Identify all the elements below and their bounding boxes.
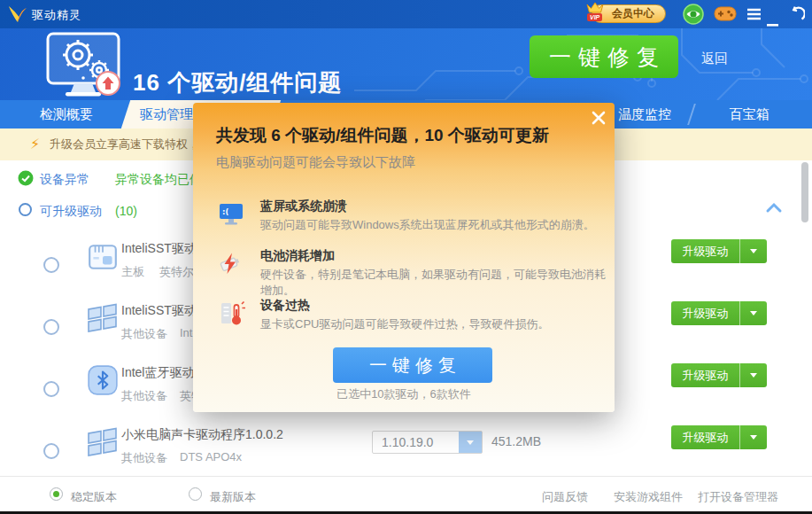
header-band: 16 个驱动/组件问题 一键修复 返回	[0, 28, 812, 100]
app-logo-icon	[7, 4, 28, 27]
version-dropdown[interactable]: 1.10.19.0	[372, 431, 483, 454]
driver-category: 主板	[121, 264, 144, 280]
overheat-icon	[218, 300, 246, 331]
upgrade-driver-button[interactable]: 升级驱动	[671, 239, 739, 263]
open-device-manager-link[interactable]: 打开设备管理器	[698, 489, 778, 505]
windows-icon	[87, 427, 119, 461]
footer-bar: 稳定版本 最新版本 问题反馈 安装游戏组件 打开设备管理器	[0, 476, 812, 511]
radio-selected-dot	[53, 491, 59, 497]
driver-checkbox[interactable]	[43, 319, 59, 335]
driver-checkbox[interactable]	[43, 443, 59, 459]
driver-vendor: DTS APO4x	[180, 450, 242, 463]
close-icon[interactable]	[591, 110, 607, 129]
safety-eye-icon[interactable]	[683, 4, 704, 28]
driver-size: 451.2MB	[491, 434, 541, 448]
caret-down-icon	[750, 249, 757, 253]
gamepad-icon[interactable]	[714, 5, 737, 27]
svg-text::(: :(	[222, 207, 228, 216]
title-bar: 驱动精灵 VIP 会员中心	[0, 0, 812, 28]
upgrade-driver-button[interactable]: 升级驱动	[671, 425, 739, 449]
caret-down-icon	[750, 435, 757, 440]
upgrade-options-caret[interactable]	[739, 363, 767, 387]
upgradable-label[interactable]: 可升级驱动	[40, 204, 102, 220]
app-title: 驱动精灵	[32, 7, 81, 23]
menu-icon[interactable]	[746, 8, 762, 24]
tab-detection-summary[interactable]: 检测概要	[18, 100, 115, 128]
scrollbar-thumb[interactable]	[801, 162, 808, 222]
chevron-up-icon[interactable]	[765, 201, 783, 217]
check-circle-icon	[18, 170, 34, 190]
motherboard-icon	[87, 241, 119, 276]
driver-checkbox[interactable]	[43, 381, 59, 397]
battery-icon	[216, 250, 244, 282]
lightning-icon: ⚡	[30, 128, 40, 160]
monitor-gears-illustration	[44, 30, 126, 103]
modal-title: 共发现 6 个驱动/组件问题，10 个驱动可更新	[216, 124, 549, 147]
selection-note: 已选中10款驱动，6款软件	[193, 386, 615, 402]
stable-version-radio[interactable]	[50, 487, 63, 501]
tab-driver-management[interactable]: 驱动管理	[135, 100, 198, 128]
issue-desc: 驱动问题可能导致Windows系统出现蓝屏死机或其他形式的崩溃。	[260, 217, 595, 233]
version-value: 1.10.19.0	[373, 432, 459, 453]
bluetooth-icon	[87, 364, 119, 400]
tab-toolbox[interactable]: 百宝箱	[708, 100, 790, 128]
stable-version-label[interactable]: 稳定版本	[71, 489, 117, 505]
back-link[interactable]: 返回	[701, 51, 728, 67]
driver-checkbox[interactable]	[43, 257, 59, 273]
caret-down-icon	[467, 440, 474, 445]
driver-title: 小米电脑声卡驱动程序1.0.0.2	[121, 427, 283, 443]
upgrade-driver-split-button[interactable]: 升级驱动	[671, 425, 767, 449]
vip-flag: VIP	[587, 13, 602, 21]
upgrade-driver-split-button[interactable]: 升级驱动	[671, 301, 767, 325]
issue-title: 蓝屏或系统崩溃	[260, 199, 347, 214]
vip-member-center-button[interactable]: VIP 会员中心	[592, 4, 666, 23]
upgrade-driver-split-button[interactable]: 升级驱动	[671, 363, 767, 387]
page-title: 16 个驱动/组件问题	[133, 67, 342, 98]
upgradable-radio[interactable]	[19, 203, 32, 216]
feedback-link[interactable]: 问题反馈	[542, 489, 588, 505]
minimize-icon[interactable]	[767, 15, 778, 31]
bsod-icon: :(	[218, 202, 244, 230]
upgrade-driver-button[interactable]: 升级驱动	[671, 363, 739, 387]
modal-one-key-fix-button[interactable]: 一键修复	[333, 347, 492, 383]
caret-down-icon	[750, 373, 757, 378]
latest-version-radio[interactable]	[189, 487, 202, 501]
driver-category: 其他设备	[121, 450, 167, 466]
version-caret[interactable]	[459, 432, 482, 453]
issue-title: 设备过热	[260, 298, 310, 314]
modal-subtitle: 电脑驱动问题可能会导致以下故障	[216, 154, 415, 171]
install-game-components-link[interactable]: 安装游戏组件	[614, 489, 683, 505]
windows-icon	[87, 303, 119, 337]
issues-modal: 共发现 6 个驱动/组件问题，10 个驱动可更新 电脑驱动问题可能会导致以下故障…	[193, 103, 615, 412]
upgrade-options-caret[interactable]	[739, 425, 767, 449]
issue-desc: 显卡或CPU驱动问题可能导致硬件过热，导致硬件损伤。	[260, 316, 549, 332]
undo-back-icon[interactable]	[788, 6, 805, 26]
issue-title: 电池消耗增加	[260, 248, 335, 264]
latest-version-label[interactable]: 最新版本	[210, 489, 256, 505]
upgradable-count: (10)	[115, 204, 137, 218]
tab-divider	[687, 104, 696, 125]
driver-category: 其他设备	[121, 388, 167, 404]
tab-temperature-monitor[interactable]: 温度监控	[604, 100, 685, 128]
upgrade-options-caret[interactable]	[739, 301, 767, 325]
driver-category: 其他设备	[121, 326, 167, 342]
upgrade-options-caret[interactable]	[739, 239, 767, 263]
upgrade-driver-split-button[interactable]: 升级驱动	[671, 239, 767, 263]
app-window: 驱动精灵 VIP 会员中心	[0, 0, 812, 514]
one-key-fix-button[interactable]: 一键修复	[530, 35, 678, 78]
caret-down-icon	[750, 311, 757, 315]
vip-label: 会员中心	[612, 6, 654, 21]
upgrade-driver-button[interactable]: 升级驱动	[671, 301, 739, 325]
device-abnormal-label[interactable]: 设备异常	[40, 172, 89, 188]
issue-desc: 硬件设备，特别是笔记本电脑，如果驱动有问题，可能导致电池消耗增加。	[260, 267, 615, 299]
